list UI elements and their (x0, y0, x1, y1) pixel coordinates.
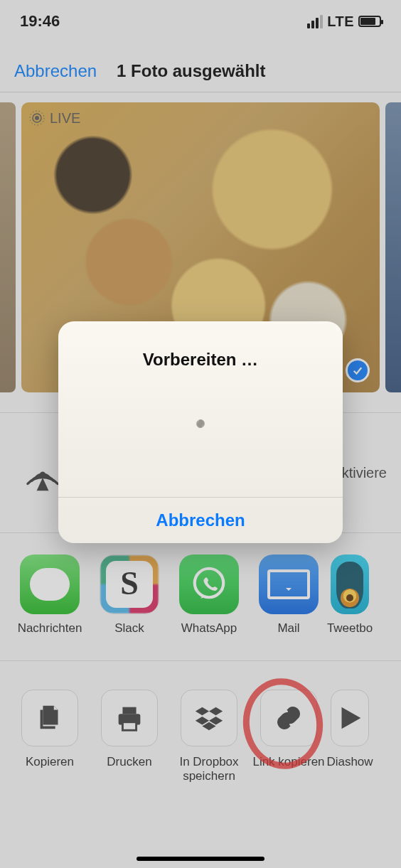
app-share-row[interactable]: Nachrichten S Slack WhatsApp Mail Tweetb… (0, 540, 401, 661)
app-label: Tweetbo (327, 621, 373, 636)
live-photo-icon (28, 109, 46, 127)
svg-rect-6 (122, 707, 136, 714)
action-label: Drucken (107, 755, 151, 783)
page-title: 1 Foto ausgewählt (117, 61, 265, 81)
dropbox-icon (193, 702, 225, 734)
printer-icon (113, 702, 146, 734)
action-copy[interactable]: Kopieren (10, 690, 90, 783)
photo-thumbnail-next[interactable] (385, 102, 401, 392)
svg-rect-7 (122, 722, 136, 731)
slack-icon: S (100, 554, 159, 614)
live-photo-badge: LIVE (28, 109, 80, 127)
header: Abbrechen 1 Foto ausgewählt (0, 50, 401, 92)
messages-icon (20, 554, 80, 614)
modal-cancel-button[interactable]: Abbrechen (58, 498, 343, 543)
status-time: 19:46 (20, 12, 60, 31)
tweetbot-icon (331, 554, 369, 614)
action-label: Diashow (326, 755, 373, 783)
share-app-tweetbot[interactable]: Tweetbo (328, 554, 371, 636)
battery-icon (358, 16, 381, 27)
link-icon (272, 702, 305, 734)
share-app-mail[interactable]: Mail (249, 554, 328, 636)
home-indicator[interactable] (137, 857, 264, 861)
share-app-slack[interactable]: S Slack (90, 554, 169, 636)
live-photo-label: LIVE (50, 110, 80, 127)
status-right: LTE (307, 14, 381, 30)
loading-spinner-icon (186, 419, 215, 448)
svg-point-3 (40, 472, 46, 478)
share-app-messages[interactable]: Nachrichten (10, 554, 90, 636)
whatsapp-icon (179, 554, 239, 614)
svg-point-4 (195, 569, 224, 598)
cellular-signal-icon (307, 15, 323, 28)
action-copy-link[interactable]: Link kopieren (249, 690, 328, 783)
app-label: Mail (277, 621, 299, 636)
app-label: WhatsApp (181, 621, 237, 636)
play-icon (333, 702, 366, 734)
modal-title: Vorbereiten … (143, 350, 258, 370)
app-label: Slack (114, 621, 144, 636)
photo-thumbnail-prev[interactable] (0, 102, 16, 392)
selected-check-icon[interactable] (346, 358, 370, 382)
app-label: Nachrichten (18, 621, 82, 636)
action-label: Link kopieren (252, 755, 324, 783)
action-slideshow[interactable]: Diashow (328, 690, 371, 783)
action-label: In Dropbox speichern (169, 755, 249, 783)
action-dropbox[interactable]: In Dropbox speichern (169, 690, 249, 783)
share-app-whatsapp[interactable]: WhatsApp (169, 554, 249, 636)
cancel-button[interactable]: Abbrechen (14, 61, 97, 81)
status-bar: 19:46 LTE (0, 0, 401, 43)
share-sheet-screen: 19:46 LTE Abbrechen 1 Foto ausgewählt LI… (0, 0, 401, 868)
action-label: Kopieren (26, 755, 74, 783)
network-label: LTE (327, 14, 354, 30)
svg-point-0 (35, 116, 39, 120)
action-row[interactable]: Kopieren Drucken In Dropbox speichern Li… (0, 668, 401, 810)
copy-icon (33, 702, 66, 734)
preparing-modal: Vorbereiten … Abbrechen (58, 321, 343, 543)
action-print[interactable]: Drucken (90, 690, 169, 783)
mail-icon (259, 554, 319, 614)
